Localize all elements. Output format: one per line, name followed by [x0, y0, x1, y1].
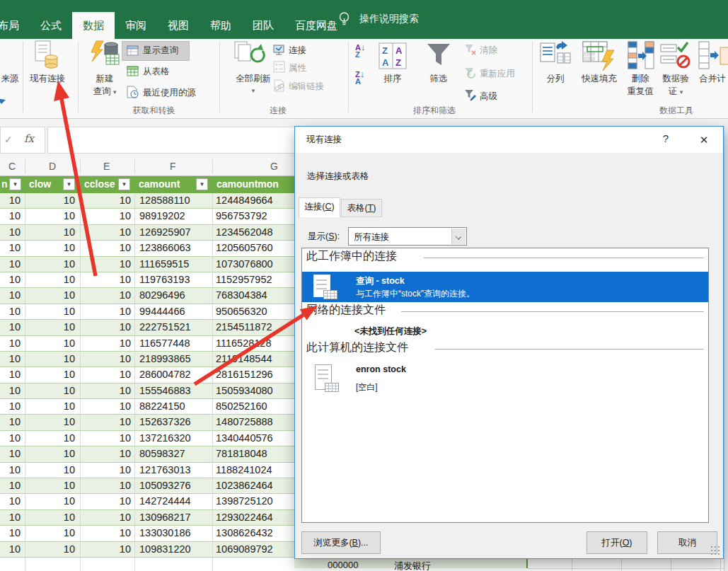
cell-cclose[interactable]: 10	[80, 321, 131, 333]
cell-camount[interactable]: 128588110	[139, 195, 190, 206]
cell-camountmon[interactable]: 1205605760	[216, 242, 273, 253]
close-icon[interactable]: ✕	[693, 131, 715, 149]
cell-camount[interactable]: 105093276	[139, 480, 191, 491]
cell-camountmon[interactable]: 1188241024	[216, 464, 272, 475]
sort-descending-button[interactable]: Z↓A	[355, 71, 375, 92]
browse-more-button[interactable]: 浏览更多(B)...	[301, 531, 381, 554]
cell-clow[interactable]: 10	[25, 385, 75, 396]
cell-camountmon[interactable]: 1293022464	[216, 512, 273, 523]
cell-camount[interactable]: 133030186	[139, 527, 191, 538]
cell-camount[interactable]: 137216320	[139, 432, 191, 444]
cell-camount[interactable]: 98919202	[139, 210, 185, 221]
cell-clow[interactable]: 10	[25, 369, 75, 380]
cell-n[interactable]: 10	[0, 512, 21, 523]
cell-n[interactable]: 10	[0, 495, 21, 507]
cell-clow[interactable]: 10	[25, 289, 75, 301]
cell-clow[interactable]: 10	[25, 306, 75, 317]
cell-clow[interactable]: 10	[25, 210, 75, 221]
cell-clow[interactable]: 10	[25, 338, 75, 349]
cell-clow[interactable]: 10	[25, 448, 75, 459]
column-heading-d[interactable]: D	[49, 161, 56, 172]
cell-clow[interactable]: 10	[25, 274, 75, 285]
cell-camount[interactable]: 99444466	[139, 306, 185, 317]
ribbon-tab-视图[interactable]: 视图	[157, 12, 200, 39]
sort-ascending-button[interactable]: A↓Z	[355, 44, 375, 65]
cell-n[interactable]: 10	[0, 369, 21, 380]
help-button[interactable]: ?	[657, 132, 674, 148]
cell-cclose[interactable]: 10	[80, 353, 131, 364]
cell-camount[interactable]: 121763013	[139, 464, 191, 475]
ribbon-tab-公式[interactable]: 公式	[30, 12, 72, 39]
cell-camountmon[interactable]: 1340440576	[216, 432, 273, 444]
cell-cclose[interactable]: 10	[80, 210, 131, 221]
cell-n[interactable]: 10	[0, 289, 21, 301]
cell-camountmon[interactable]: 1398725120	[216, 495, 273, 507]
cell-cclose[interactable]: 10	[80, 512, 131, 523]
cell-cclose[interactable]: 10	[80, 242, 131, 253]
cell-camountmon[interactable]: 1308626432	[216, 527, 273, 538]
cell-cclose[interactable]: 10	[80, 495, 131, 507]
cell-n[interactable]: 10	[0, 210, 21, 221]
cell-camountmon[interactable]: 768304384	[216, 289, 267, 301]
cell-camount[interactable]: 109831220	[139, 543, 191, 555]
cell-camountmon[interactable]: 1073076800	[216, 258, 273, 270]
cell-camount[interactable]: 286004782	[139, 369, 191, 380]
cell-cclose[interactable]: 10	[80, 289, 131, 301]
cell-n[interactable]: 10	[0, 353, 21, 364]
cell-clow[interactable]: 10	[25, 512, 75, 523]
cell-n[interactable]: 10	[0, 448, 21, 459]
cell-camount[interactable]: 123866063	[139, 242, 191, 253]
cell-camount[interactable]: 111659515	[139, 258, 189, 270]
cell-camountmon[interactable]: 1023862464	[216, 480, 273, 491]
connection-item-enron-stock[interactable]: enron stock [空白]	[302, 362, 708, 396]
open-button[interactable]: 打开(O)	[587, 531, 647, 554]
cell-camountmon[interactable]: 1152957952	[216, 274, 272, 285]
cell-clow[interactable]: 10	[25, 480, 75, 491]
tab-tables[interactable]: 表格(T)	[341, 199, 382, 217]
cell-clow[interactable]: 10	[25, 353, 75, 364]
cell-n[interactable]: 10	[0, 321, 21, 333]
cell-clow[interactable]: 10	[25, 432, 75, 444]
cell-cclose[interactable]: 10	[80, 369, 131, 380]
cell-clow[interactable]: 10	[25, 527, 75, 538]
column-heading-f[interactable]: F	[170, 161, 176, 172]
ribbon-tab-团队[interactable]: 团队	[242, 12, 284, 39]
filter-dropdown-button[interactable]: ▼	[196, 178, 208, 190]
cell-n[interactable]: 10	[0, 274, 21, 285]
cell-camountmon[interactable]: 1480725888	[216, 416, 273, 427]
cell-n[interactable]: 10	[0, 338, 21, 349]
cell-cclose[interactable]: 10	[80, 464, 131, 475]
cell-n[interactable]: 10	[0, 527, 21, 538]
tell-me-search[interactable]: 操作说明搜索	[338, 11, 419, 27]
cell-cclose[interactable]: 10	[80, 400, 131, 412]
column-heading-g[interactable]: G	[270, 161, 278, 172]
cell-cclose[interactable]: 10	[80, 226, 131, 238]
cell-camount[interactable]: 155546883	[139, 385, 191, 396]
cell-n[interactable]: 10	[0, 480, 21, 491]
ribbon-tab-数据[interactable]: 数据	[72, 12, 115, 39]
cell-camountmon[interactable]: 1234562048	[216, 226, 273, 238]
cell-clow[interactable]: 10	[25, 464, 75, 475]
cell-camount[interactable]: 218993865	[139, 353, 191, 364]
cell-camount[interactable]: 80598327	[139, 448, 185, 459]
cell-clow[interactable]: 10	[25, 543, 75, 555]
cell-n[interactable]: 10	[0, 306, 21, 317]
tab-connections[interactable]: 连接(C)	[299, 197, 340, 217]
cell-cclose[interactable]: 10	[80, 543, 131, 555]
cell-cclose[interactable]: 10	[80, 480, 131, 491]
cancel-button[interactable]: 取消	[657, 531, 717, 554]
cell-cclose[interactable]: 10	[80, 432, 131, 444]
insert-function-icon[interactable]: fx	[24, 132, 34, 145]
cell-stock-code[interactable]: 000000	[328, 560, 358, 570]
cell-n[interactable]: 10	[0, 432, 21, 444]
cell-clow[interactable]: 10	[25, 195, 75, 206]
cell-camountmon[interactable]: 781818048	[216, 448, 267, 459]
cell-camountmon[interactable]: 1244849664	[216, 195, 273, 206]
ribbon-tab-布局[interactable]: 布局	[0, 12, 30, 39]
tell-me-label[interactable]: 操作说明搜索	[359, 13, 419, 25]
cell-stock-name[interactable]: 浦发银行	[394, 560, 431, 571]
cell-camountmon[interactable]: 1116528128	[216, 338, 272, 349]
cell-camount[interactable]: 88224150	[139, 400, 185, 412]
filter-dropdown-button[interactable]: ▼	[9, 178, 21, 190]
cell-cclose[interactable]: 10	[80, 306, 131, 317]
